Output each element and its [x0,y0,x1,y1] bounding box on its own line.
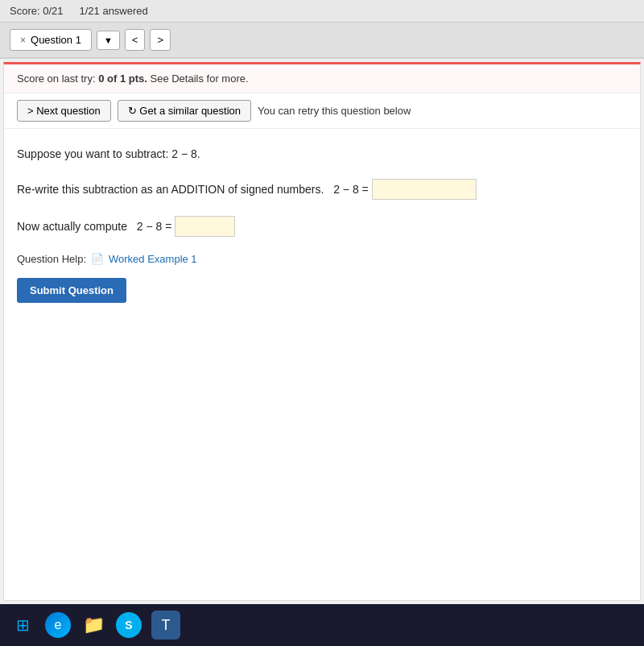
line3-prefix: Now actually compute [17,217,127,235]
folder-taskbar-icon[interactable]: 📁 [80,612,106,638]
taskbar: ⊞ e 📁 S T [0,604,644,646]
next-question-button[interactable]: > Next question [17,100,111,122]
app-icon: T [162,617,171,634]
prev-button[interactable]: < [125,29,146,51]
retry-text: You can retry this question below [258,105,411,117]
score-prefix: Score on last try: [17,72,96,85]
top-bar: Score: 0/21 1/21 answered [0,0,644,23]
score-value: 0 of 1 pts. [98,72,147,85]
addition-answer-input[interactable] [372,179,477,200]
next-button[interactable]: > [150,29,171,51]
action-bar: > Next question ↻ Get a similar question… [4,93,640,129]
answered-display: 1/21 answered [80,5,148,17]
worked-example-link[interactable]: Worked Example 1 [109,253,197,265]
doc-icon: 📄 [91,253,104,265]
similar-question-button[interactable]: ↻ Get a similar question [118,100,251,122]
help-label: Question Help: [17,253,86,265]
edge-icon: e [55,618,62,632]
folder-icon: 📁 [83,615,105,636]
line2-math: 2 − 8 = [333,180,369,198]
skype-taskbar-icon[interactable]: S [116,612,142,638]
dropdown-button[interactable]: ▼ [97,31,120,50]
score-display: Score: 0/21 [10,5,64,17]
score-suffix: See Details for more. [150,72,248,85]
question-tab-label: Question 1 [31,34,81,46]
question-line-1: Suppose you want to subtract: 2 − 8. [17,145,627,163]
windows-taskbar-icon[interactable]: ⊞ [10,612,35,638]
line1-text: Suppose you want to subtract: 2 − 8. [17,147,200,160]
question-line-3: Now actually compute 2 − 8 = [17,216,627,237]
submit-button[interactable]: Submit Question [17,278,126,303]
screen: Score: 0/21 1/21 answered × Question 1 ▼… [0,0,644,604]
submit-area: Submit Question [17,278,627,303]
skype-icon: S [125,619,132,632]
compute-answer-input[interactable] [175,216,235,237]
edge-taskbar-icon[interactable]: e [45,612,71,638]
close-icon[interactable]: × [20,35,26,46]
question-content: Suppose you want to subtract: 2 − 8. Re-… [4,129,640,319]
help-line: Question Help: 📄 Worked Example 1 [17,253,627,265]
windows-icon: ⊞ [16,615,30,635]
question-tab[interactable]: × Question 1 [10,29,92,51]
content-area: Score on last try: 0 of 1 pts. See Detai… [3,62,641,601]
score-bar: Score on last try: 0 of 1 pts. See Detai… [4,64,640,93]
line3-math: 2 − 8 = [137,217,172,235]
app-taskbar-icon[interactable]: T [151,611,180,640]
line2-prefix: Re-write this subtraction as an ADDITION… [17,180,324,198]
question-line-2: Re-write this subtraction as an ADDITION… [17,179,627,200]
question-nav: × Question 1 ▼ < > [0,23,644,59]
